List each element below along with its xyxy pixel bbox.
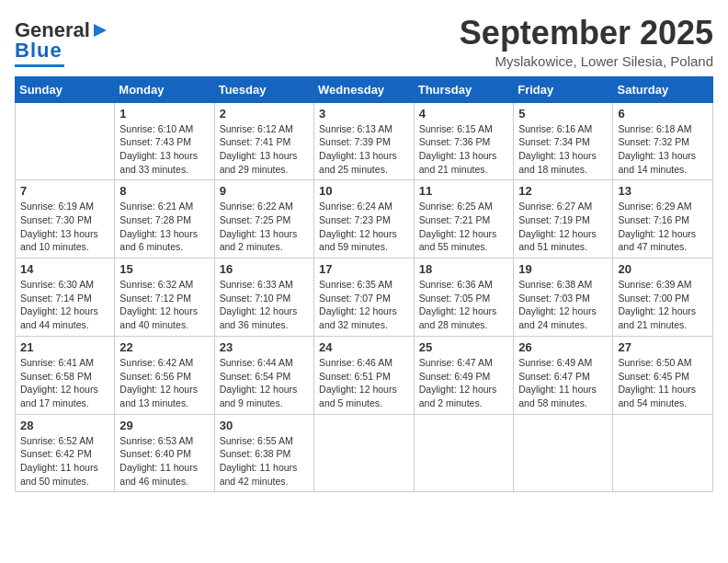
day-info: Sunrise: 6:25 AM Sunset: 7:21 PM Dayligh…: [419, 200, 508, 254]
col-header-tuesday: Tuesday: [214, 76, 313, 102]
calendar-header-row: SundayMondayTuesdayWednesdayThursdayFrid…: [16, 76, 713, 102]
day-number: 3: [319, 107, 409, 121]
calendar-cell: [514, 414, 613, 492]
calendar-cell: 28Sunrise: 6:52 AM Sunset: 6:42 PM Dayli…: [16, 414, 115, 492]
day-number: 28: [20, 419, 109, 432]
day-number: 10: [319, 184, 409, 198]
day-number: 25: [419, 340, 508, 354]
day-info: Sunrise: 6:30 AM Sunset: 7:14 PM Dayligh…: [20, 278, 109, 332]
title-area: September 2025 Myslakowice, Lower Silesi…: [460, 15, 713, 69]
day-info: Sunrise: 6:50 AM Sunset: 6:45 PM Dayligh…: [618, 356, 708, 410]
day-number: 14: [20, 262, 109, 276]
calendar-cell: 17Sunrise: 6:35 AM Sunset: 7:07 PM Dayli…: [314, 259, 415, 337]
day-number: 19: [518, 262, 608, 276]
day-number: 5: [518, 107, 608, 121]
day-number: 13: [618, 184, 708, 198]
calendar-cell: 30Sunrise: 6:55 AM Sunset: 6:38 PM Dayli…: [214, 414, 313, 492]
logo-arrow-icon: [90, 20, 110, 40]
calendar-cell: [613, 414, 713, 492]
day-info: Sunrise: 6:55 AM Sunset: 6:38 PM Dayligh…: [220, 434, 309, 488]
day-info: Sunrise: 6:47 AM Sunset: 6:49 PM Dayligh…: [419, 356, 508, 410]
day-number: 7: [20, 184, 109, 198]
calendar-cell: [16, 102, 115, 180]
calendar-week-row: 14Sunrise: 6:30 AM Sunset: 7:14 PM Dayli…: [16, 259, 713, 337]
header: General Blue September 2025 Myslakowice,…: [15, 15, 713, 69]
day-number: 1: [119, 107, 209, 121]
calendar-cell: 14Sunrise: 6:30 AM Sunset: 7:14 PM Dayli…: [16, 259, 115, 337]
day-info: Sunrise: 6:13 AM Sunset: 7:39 PM Dayligh…: [319, 122, 409, 177]
location: Myslakowice, Lower Silesia, Poland: [460, 53, 713, 69]
day-info: Sunrise: 6:44 AM Sunset: 6:54 PM Dayligh…: [220, 356, 309, 410]
calendar-cell: 2Sunrise: 6:12 AM Sunset: 7:41 PM Daylig…: [214, 102, 313, 180]
month-title: September 2025: [460, 15, 713, 52]
calendar-cell: 8Sunrise: 6:21 AM Sunset: 7:28 PM Daylig…: [115, 180, 214, 259]
day-number: 16: [220, 262, 309, 276]
logo-underline: [15, 64, 64, 67]
col-header-monday: Monday: [115, 76, 214, 102]
calendar-cell: 9Sunrise: 6:22 AM Sunset: 7:25 PM Daylig…: [214, 180, 313, 259]
logo: General Blue: [15, 18, 110, 67]
day-number: 2: [220, 107, 309, 121]
day-info: Sunrise: 6:22 AM Sunset: 7:25 PM Dayligh…: [220, 200, 309, 254]
day-info: Sunrise: 6:41 AM Sunset: 6:58 PM Dayligh…: [20, 356, 109, 410]
calendar-cell: 15Sunrise: 6:32 AM Sunset: 7:12 PM Dayli…: [115, 259, 214, 337]
day-number: 24: [319, 340, 409, 354]
calendar-cell: 19Sunrise: 6:38 AM Sunset: 7:03 PM Dayli…: [514, 259, 613, 337]
calendar-cell: 1Sunrise: 6:10 AM Sunset: 7:43 PM Daylig…: [115, 102, 214, 180]
calendar-week-row: 1Sunrise: 6:10 AM Sunset: 7:43 PM Daylig…: [16, 102, 713, 180]
calendar-cell: 22Sunrise: 6:42 AM Sunset: 6:56 PM Dayli…: [115, 336, 214, 414]
day-number: 8: [119, 184, 209, 198]
day-info: Sunrise: 6:24 AM Sunset: 7:23 PM Dayligh…: [319, 200, 409, 254]
day-number: 9: [220, 184, 309, 198]
day-info: Sunrise: 6:36 AM Sunset: 7:05 PM Dayligh…: [419, 278, 508, 332]
calendar-cell: 23Sunrise: 6:44 AM Sunset: 6:54 PM Dayli…: [214, 336, 313, 414]
calendar-week-row: 7Sunrise: 6:19 AM Sunset: 7:30 PM Daylig…: [16, 180, 713, 259]
day-info: Sunrise: 6:52 AM Sunset: 6:42 PM Dayligh…: [20, 434, 109, 488]
calendar-cell: 25Sunrise: 6:47 AM Sunset: 6:49 PM Dayli…: [414, 336, 513, 414]
col-header-friday: Friday: [514, 76, 613, 102]
day-number: 12: [518, 184, 608, 198]
svg-marker-0: [94, 24, 107, 37]
day-info: Sunrise: 6:18 AM Sunset: 7:32 PM Dayligh…: [618, 122, 708, 177]
calendar-cell: 11Sunrise: 6:25 AM Sunset: 7:21 PM Dayli…: [414, 180, 513, 259]
day-number: 27: [618, 340, 708, 354]
day-number: 15: [119, 262, 209, 276]
day-number: 30: [220, 419, 309, 432]
day-info: Sunrise: 6:27 AM Sunset: 7:19 PM Dayligh…: [518, 200, 608, 254]
calendar-cell: 3Sunrise: 6:13 AM Sunset: 7:39 PM Daylig…: [314, 102, 415, 180]
day-info: Sunrise: 6:10 AM Sunset: 7:43 PM Dayligh…: [119, 122, 209, 177]
calendar-cell: 24Sunrise: 6:46 AM Sunset: 6:51 PM Dayli…: [314, 336, 415, 414]
day-info: Sunrise: 6:32 AM Sunset: 7:12 PM Dayligh…: [119, 278, 209, 332]
day-info: Sunrise: 6:21 AM Sunset: 7:28 PM Dayligh…: [119, 200, 209, 254]
col-header-thursday: Thursday: [414, 76, 513, 102]
calendar-cell: 29Sunrise: 6:53 AM Sunset: 6:40 PM Dayli…: [115, 414, 214, 492]
day-number: 21: [20, 340, 109, 354]
calendar-cell: 26Sunrise: 6:49 AM Sunset: 6:47 PM Dayli…: [514, 336, 613, 414]
logo-blue: Blue: [15, 39, 63, 63]
day-info: Sunrise: 6:33 AM Sunset: 7:10 PM Dayligh…: [220, 278, 309, 332]
calendar-body: 1Sunrise: 6:10 AM Sunset: 7:43 PM Daylig…: [16, 102, 713, 492]
calendar-cell: 4Sunrise: 6:15 AM Sunset: 7:36 PM Daylig…: [414, 102, 513, 180]
calendar-cell: 13Sunrise: 6:29 AM Sunset: 7:16 PM Dayli…: [613, 180, 713, 259]
day-info: Sunrise: 6:15 AM Sunset: 7:36 PM Dayligh…: [419, 122, 508, 177]
calendar-week-row: 21Sunrise: 6:41 AM Sunset: 6:58 PM Dayli…: [16, 336, 713, 414]
calendar-week-row: 28Sunrise: 6:52 AM Sunset: 6:42 PM Dayli…: [16, 414, 713, 492]
calendar-cell: 6Sunrise: 6:18 AM Sunset: 7:32 PM Daylig…: [613, 102, 713, 180]
col-header-wednesday: Wednesday: [314, 76, 415, 102]
day-number: 26: [518, 340, 608, 354]
calendar-cell: 12Sunrise: 6:27 AM Sunset: 7:19 PM Dayli…: [514, 180, 613, 259]
day-info: Sunrise: 6:19 AM Sunset: 7:30 PM Dayligh…: [20, 200, 109, 254]
day-info: Sunrise: 6:29 AM Sunset: 7:16 PM Dayligh…: [618, 200, 708, 254]
day-info: Sunrise: 6:53 AM Sunset: 6:40 PM Dayligh…: [119, 434, 209, 488]
day-number: 11: [419, 184, 508, 198]
day-info: Sunrise: 6:39 AM Sunset: 7:00 PM Dayligh…: [618, 278, 708, 332]
day-number: 23: [220, 340, 309, 354]
day-info: Sunrise: 6:49 AM Sunset: 6:47 PM Dayligh…: [518, 356, 608, 410]
day-info: Sunrise: 6:35 AM Sunset: 7:07 PM Dayligh…: [319, 278, 409, 332]
day-number: 6: [618, 107, 708, 121]
calendar-cell: 21Sunrise: 6:41 AM Sunset: 6:58 PM Dayli…: [16, 336, 115, 414]
calendar-cell: [414, 414, 513, 492]
calendar-cell: 27Sunrise: 6:50 AM Sunset: 6:45 PM Dayli…: [613, 336, 713, 414]
calendar-cell: [314, 414, 415, 492]
calendar-cell: 16Sunrise: 6:33 AM Sunset: 7:10 PM Dayli…: [214, 259, 313, 337]
